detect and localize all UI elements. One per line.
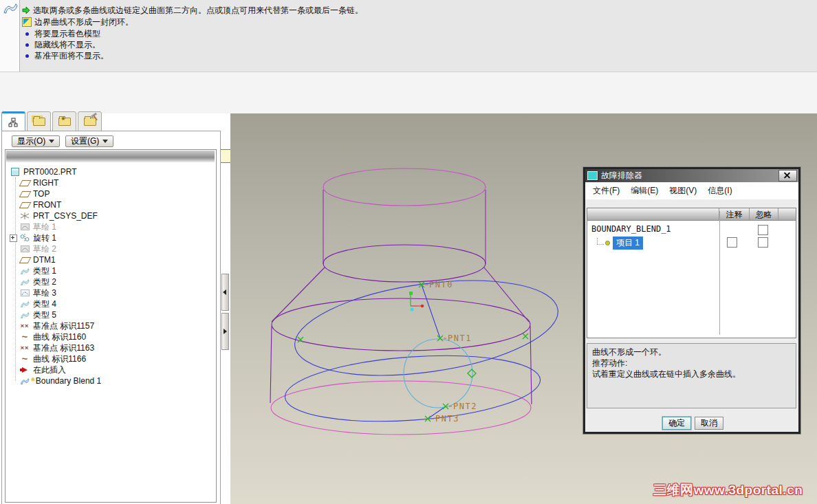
dialog-title-bar[interactable]: 故障排除器 bbox=[585, 169, 798, 182]
tree-item-sketch1[interactable]: 草绘 1 bbox=[19, 221, 56, 232]
new-feature-asterisk-icon: * bbox=[31, 377, 35, 384]
connections-folder-icon bbox=[84, 118, 96, 126]
tab-model-tree[interactable] bbox=[1, 111, 25, 132]
ignore-checkbox-root[interactable] bbox=[758, 225, 768, 235]
collapse-left-icon bbox=[223, 289, 226, 295]
tab-favorites[interactable]: * bbox=[52, 111, 76, 131]
bullet-dot-icon bbox=[25, 54, 29, 58]
selected-item-label: 项目 1 bbox=[613, 237, 643, 250]
diagnosis-line-4: 试着重定义曲线或在链中插入多余曲线。 bbox=[592, 369, 791, 380]
menu-file[interactable]: 文件(F) bbox=[588, 183, 624, 199]
wire-body-left bbox=[270, 326, 272, 403]
info-text-1: 将要显示着色模型 bbox=[34, 28, 100, 40]
wire-flare-right bbox=[484, 267, 529, 322]
tree-item-sketch3[interactable]: 草绘 3 bbox=[19, 287, 56, 298]
designate-error-icon bbox=[22, 17, 32, 27]
tree-item-boundary-blend[interactable]: * Boundary Blend 1 bbox=[19, 375, 101, 386]
info-text-2: 隐藏线将不显示。 bbox=[34, 39, 100, 51]
tree-item-right[interactable]: RIGHT bbox=[19, 177, 58, 188]
tab-folder-browser[interactable] bbox=[27, 111, 51, 131]
menu-edit[interactable]: 编辑(E) bbox=[626, 183, 663, 199]
tree-item-revolve[interactable]: 旋转 1 bbox=[19, 232, 56, 243]
warning-text: 边界曲线不形成一封闭环。 bbox=[34, 17, 133, 28]
dialog-icon bbox=[587, 171, 598, 180]
info-message-3: 基准平面将不显示。 bbox=[22, 50, 109, 61]
tree-item-sketch2[interactable]: 草绘 2 bbox=[19, 243, 56, 254]
feature-node-label[interactable]: BOUNDARY_BLEND_1 bbox=[591, 224, 671, 234]
expand-plus-icon[interactable] bbox=[10, 234, 17, 242]
insert-here-arrow-icon bbox=[19, 367, 30, 373]
edge-vertex-marker-left[interactable] bbox=[298, 337, 303, 342]
datum-points-icon: ×× bbox=[19, 322, 30, 329]
wire-top-ellipse bbox=[323, 168, 486, 206]
spare-column-header bbox=[778, 208, 796, 220]
curve-pnt0-pnt1[interactable] bbox=[422, 285, 440, 338]
sketch-icon bbox=[19, 223, 30, 230]
tree-item-curve-1160[interactable]: ~ 曲线 标识1160 bbox=[19, 331, 86, 342]
prompt-arrow-icon bbox=[22, 6, 30, 14]
tree-item-part[interactable]: PRT0002.PRT bbox=[10, 166, 77, 177]
tree-item-csys[interactable]: PRT_CSYS_DEF bbox=[19, 210, 98, 221]
datum-plane-icon bbox=[19, 180, 30, 186]
pnt1-label: PNT1 bbox=[448, 333, 472, 343]
pnt3-label: PNT3 bbox=[435, 414, 459, 424]
tree-item-datum-points-1163[interactable]: ×× 基准点 标识1163 bbox=[19, 342, 94, 353]
tree-item-style4[interactable]: 类型 4 bbox=[19, 298, 56, 309]
message-area: 选取两条或多条曲线或边链定义曲面第二方向。点或顶点可用来代替第一条或最后一条链。… bbox=[0, 0, 817, 72]
favorites-folder-icon: * bbox=[58, 118, 71, 126]
coordinate-system-icon bbox=[19, 212, 30, 220]
prompt-text: 选取两条或多条曲线或边链定义曲面第二方向。点或顶点可用来代替第一条或最后一条链。 bbox=[33, 5, 363, 17]
wire-neck-bottom-ellipse bbox=[323, 245, 486, 282]
datum-plane-icon bbox=[19, 191, 30, 197]
info-message-2: 隐藏线将不显示。 bbox=[22, 39, 100, 50]
bullet-dot-icon bbox=[25, 43, 29, 47]
column-splitter[interactable] bbox=[719, 211, 720, 335]
datum-curve-icon: ~ bbox=[19, 356, 30, 362]
tree-item-curve-1166[interactable]: ~ 曲线 标识1166 bbox=[19, 353, 86, 364]
ok-button[interactable]: 确定 bbox=[662, 417, 691, 430]
close-icon[interactable] bbox=[778, 170, 797, 182]
ignore-checkbox-item[interactable] bbox=[758, 237, 768, 248]
prompt-message: 选取两条或多条曲线或边链定义曲面第二方向。点或顶点可用来代替第一条或最后一条链。 bbox=[22, 5, 363, 16]
tree-connector bbox=[597, 238, 604, 245]
point-marker-pnt1[interactable] bbox=[437, 336, 443, 341]
info-message-1: 将要显示着色模型 bbox=[22, 28, 100, 39]
cancel-button[interactable]: 取消 bbox=[695, 417, 723, 430]
application-window: 选取两条或多条曲线或边链定义曲面第二方向。点或顶点可用来代替第一条或最后一条链。… bbox=[0, 0, 817, 504]
surface-icon bbox=[19, 267, 30, 275]
site-watermark: 三维网www.3dportal.cn bbox=[653, 481, 803, 499]
menu-info[interactable]: 信息(I) bbox=[703, 183, 737, 199]
panel-collapse-handle-left[interactable] bbox=[221, 274, 229, 311]
boundary-blend-corner-icon bbox=[3, 2, 18, 14]
tree-item-style2[interactable]: 类型 2 bbox=[19, 276, 56, 287]
model-tree-icon bbox=[8, 118, 19, 127]
dialog-title: 故障排除器 bbox=[601, 170, 642, 182]
wire-body-top-ellipse bbox=[272, 298, 530, 351]
chevron-down-icon bbox=[102, 140, 108, 143]
panel-expand-handle-right[interactable] bbox=[221, 313, 229, 350]
problem-item-node[interactable]: 项目 1 bbox=[597, 237, 643, 250]
tree-guide-line bbox=[15, 177, 16, 381]
comment-column-header: 注释 bbox=[719, 208, 750, 220]
settings-menu-button[interactable]: 设置(G) bbox=[65, 135, 113, 147]
tree-item-datum-points-1157[interactable]: ×× 基准点 标识1157 bbox=[19, 320, 94, 331]
tree-item-insert-here[interactable]: 在此插入 bbox=[19, 364, 66, 375]
diagnosis-line-1: 曲线不形成一个环。 bbox=[592, 347, 791, 358]
tree-item-top[interactable]: TOP bbox=[19, 188, 50, 199]
tree-item-style1[interactable]: 类型 1 bbox=[19, 265, 56, 276]
boundary-curve-lower[interactable] bbox=[283, 348, 543, 429]
comment-checkbox-item[interactable] bbox=[727, 237, 737, 248]
items-column-header bbox=[587, 208, 719, 220]
tree-item-dtm1[interactable]: DTM1 bbox=[19, 254, 56, 265]
direction-diamond-marker[interactable] bbox=[468, 369, 476, 377]
tab-connections[interactable] bbox=[78, 111, 102, 131]
show-menu-button[interactable]: 显示(O) bbox=[12, 135, 60, 147]
tree-item-front[interactable]: FRONT bbox=[19, 199, 61, 210]
csys-triad bbox=[409, 292, 424, 311]
tree-column-headers: 注释 忽略 bbox=[587, 208, 796, 221]
tree-item-style5[interactable]: 类型 5 bbox=[19, 309, 56, 320]
menu-view[interactable]: 视图(V) bbox=[664, 183, 701, 199]
edge-vertex-marker-right[interactable] bbox=[523, 333, 528, 339]
model-tree-header-bar[interactable] bbox=[6, 151, 215, 162]
info-text-3: 基准平面将不显示。 bbox=[34, 50, 109, 62]
